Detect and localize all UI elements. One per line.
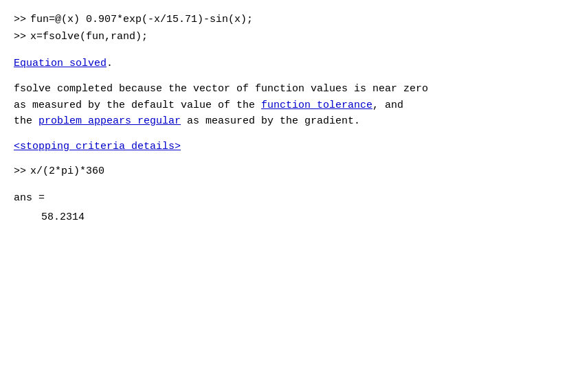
function-tolerance-link[interactable]: function tolerance	[261, 100, 372, 111]
code-line-3: >> x/(2*pi)*360	[14, 164, 555, 180]
prose-line3-pre: the	[14, 115, 38, 127]
prompt-1: >>	[14, 12, 26, 28]
problem-appears-regular-link[interactable]: problem appears regular	[38, 115, 181, 127]
equation-solved-block: Equation solved.	[14, 56, 555, 71]
stopping-criteria-block: <stopping criteria details>	[14, 139, 555, 154]
equation-solved-link[interactable]: Equation solved	[14, 58, 107, 69]
prose-line3-post: as measured by the gradient.	[181, 115, 360, 127]
prose-block: fsolve completed because the vector of f…	[14, 81, 555, 129]
code-line-1: >> fun=@(x) 0.907*exp(-x/15.71)-sin(x);	[14, 12, 555, 28]
prose-line2-pre: as measured by the default value of the	[14, 100, 261, 111]
equation-solved-period: .	[107, 58, 113, 69]
code-text-3: x/(2*pi)*360	[30, 164, 104, 180]
code-text-2: x=fsolve(fun,rand);	[30, 30, 148, 45]
prose-line2-post: , and	[372, 100, 403, 111]
spacer-5	[14, 181, 555, 191]
spacer-2	[14, 71, 555, 81]
code-line-2: >> x=fsolve(fun,rand);	[14, 30, 555, 45]
spacer-4	[14, 154, 555, 164]
spacer-3	[14, 129, 555, 139]
ans-label: ans =	[14, 191, 555, 207]
prompt-2: >>	[14, 30, 26, 45]
ans-value: 58.2314	[14, 210, 555, 226]
stopping-criteria-link[interactable]: <stopping criteria details>	[14, 141, 181, 152]
code-text-1: fun=@(x) 0.907*exp(-x/15.71)-sin(x);	[30, 12, 253, 28]
prompt-3: >>	[14, 164, 26, 180]
spacer-1	[14, 46, 555, 56]
prose-line1: fsolve completed because the vector of f…	[14, 83, 428, 95]
